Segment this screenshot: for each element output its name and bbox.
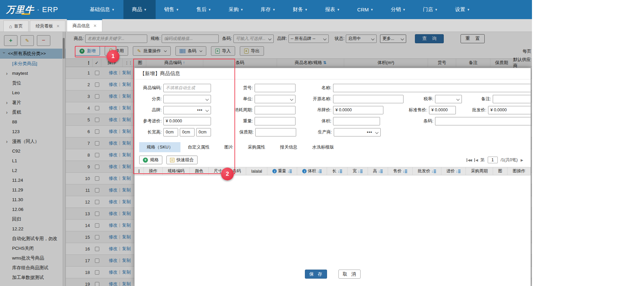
sort-icon[interactable]: ↓ bbox=[287, 169, 292, 174]
shelf-life-input[interactable] bbox=[255, 128, 296, 136]
sku-column-header[interactable]: i 批发价 ↓ bbox=[413, 167, 441, 175]
sku-column-header[interactable]: i 条码 ↓ bbox=[227, 167, 246, 175]
volume-input[interactable] bbox=[333, 117, 380, 125]
modal-tab[interactable]: 采购属性 bbox=[240, 142, 273, 152]
nav-menu-item[interactable]: 门店 ▼ bbox=[414, 0, 446, 19]
nav-menu-item[interactable]: 销售 ▼ bbox=[156, 0, 188, 19]
add-spec-button[interactable]: + 规格 bbox=[139, 156, 162, 164]
tag-price-label: 吊牌价: bbox=[309, 107, 333, 113]
sku-column-header[interactable]: i 操作 ↓ bbox=[144, 167, 163, 175]
close-icon[interactable]: ✕ bbox=[56, 24, 60, 28]
nav-menu-item[interactable]: 采购 ▼ bbox=[220, 0, 252, 19]
sku-column-header[interactable]: i 售价 ↓ bbox=[388, 167, 413, 175]
width-input[interactable] bbox=[180, 128, 195, 136]
sku-column-header[interactable]: i 图 ↓ bbox=[493, 167, 508, 175]
combine-icon bbox=[170, 158, 174, 162]
ellipsis-icon[interactable]: ••• bbox=[197, 108, 204, 112]
brand-select[interactable]: ••• bbox=[163, 106, 211, 114]
modal-tab[interactable]: 报关信息 bbox=[273, 142, 305, 152]
sku-column-header[interactable]: i 高 ↓ bbox=[368, 167, 388, 175]
page-number-input[interactable] bbox=[488, 157, 498, 163]
sku-column-header[interactable]: i 图操作 ↓ bbox=[507, 167, 531, 175]
sort-icon[interactable]: ↓ bbox=[378, 169, 383, 174]
height-input[interactable] bbox=[196, 128, 211, 136]
sku-columns: i 操作 ↓ i 规格编码 ↓ i 颜色 ↓ bbox=[144, 167, 531, 175]
tab-product-info[interactable]: 商品信息 ✕ bbox=[67, 19, 102, 32]
cancel-button[interactable]: 取 消 bbox=[338, 270, 361, 279]
nav-menu-item[interactable]: 库存 ▼ bbox=[252, 0, 284, 19]
sku-table-header: ⋮ i 操作 ↓ i 规格编码 ↓ i bbox=[135, 167, 531, 175]
modal-tab[interactable]: 水洗标模版 bbox=[305, 142, 341, 152]
tab-home[interactable]: ⌂ 首页 bbox=[3, 20, 29, 32]
modal-tab[interactable]: 图片 bbox=[217, 142, 240, 152]
item-no-input[interactable] bbox=[255, 84, 296, 92]
weight-label: 重量: bbox=[232, 118, 255, 124]
nav-menu-item[interactable]: 基础信息 ▼ bbox=[81, 0, 123, 19]
nav-menu-item[interactable]: 财务 ▼ bbox=[284, 0, 316, 19]
quick-combine-button[interactable]: 快速组合 bbox=[166, 156, 198, 164]
close-icon[interactable]: ✕ bbox=[93, 23, 97, 28]
modal-barcode-input[interactable] bbox=[435, 117, 531, 125]
invoice-name-input[interactable] bbox=[333, 95, 404, 103]
modal-tab[interactable]: 规格（SKU） bbox=[139, 142, 180, 152]
sku-pagination: ◀◀ ◀ 第 /1(共0笔) ▶ bbox=[467, 157, 526, 163]
lwh-label: 长宽高: bbox=[139, 129, 163, 135]
sku-column-header[interactable]: i 采购周期 ↓ bbox=[466, 167, 493, 175]
chevron-down-icon: ▼ bbox=[337, 8, 340, 11]
tag-price-input[interactable] bbox=[333, 106, 383, 114]
sku-column-header[interactable]: i lalalal ↓ bbox=[246, 167, 267, 175]
modal-tab[interactable]: 自定义属性 bbox=[180, 142, 217, 152]
sku-column-header[interactable]: i 规格编码 ↓ bbox=[163, 167, 190, 175]
length-input[interactable] bbox=[163, 128, 178, 136]
first-page-icon[interactable]: ◀◀ bbox=[467, 158, 471, 162]
code-input[interactable] bbox=[163, 84, 211, 92]
sort-icon[interactable]: ↓ bbox=[317, 169, 322, 174]
nav-menu-item[interactable]: 商品 ▼ bbox=[123, 0, 156, 19]
prev-page-icon[interactable]: ◀ bbox=[474, 158, 477, 162]
sku-column-header[interactable]: i 尺寸 ↓ bbox=[209, 167, 227, 175]
consume-cycle-input[interactable] bbox=[255, 106, 296, 114]
category-select[interactable] bbox=[163, 95, 211, 103]
shelf-life-label: 保质期: bbox=[230, 129, 255, 135]
sku-column-header[interactable]: i 宽 ↓ bbox=[347, 167, 368, 175]
info-icon[interactable]: i bbox=[272, 169, 277, 173]
invoice-name-label: 开票名称: bbox=[309, 96, 333, 102]
nav-menu-item[interactable]: 报表 ▼ bbox=[316, 0, 348, 19]
sku-column-header[interactable]: i 长 ↓ bbox=[327, 167, 347, 175]
save-button[interactable]: 保 存 bbox=[305, 270, 327, 279]
info-icon[interactable]: i bbox=[302, 169, 307, 173]
sku-column-header[interactable]: i 颜色 ↓ bbox=[190, 167, 209, 175]
plus-icon: + bbox=[143, 158, 148, 163]
ref-price-input[interactable] bbox=[163, 117, 211, 125]
chevron-down-icon: ▼ bbox=[144, 8, 147, 11]
sku-column-header[interactable]: i 体积 ↓ bbox=[297, 167, 327, 175]
tab-dashboard[interactable]: 经营看板 ✕ bbox=[30, 20, 65, 32]
std-price-label: 标准售价: bbox=[404, 107, 429, 113]
sort-icon[interactable]: ↓ bbox=[402, 169, 407, 174]
chevron-down-icon: ▼ bbox=[370, 8, 373, 11]
sort-icon[interactable]: ↓ bbox=[456, 169, 461, 174]
wholesale-price-input[interactable] bbox=[488, 106, 531, 114]
nav-menu-item[interactable]: 售后 ▼ bbox=[187, 0, 220, 19]
unit-select[interactable] bbox=[255, 95, 296, 103]
nav-menu-item[interactable]: 分销 ▼ bbox=[382, 0, 414, 19]
ellipsis-icon[interactable]: ••• bbox=[367, 130, 374, 134]
sort-icon[interactable]: ↓ bbox=[358, 169, 363, 174]
kebab-menu-icon[interactable]: ⋮ bbox=[135, 167, 144, 175]
std-price-input[interactable] bbox=[429, 106, 456, 114]
sort-icon[interactable]: ↓ bbox=[337, 169, 342, 174]
sku-column-header[interactable]: i 重量 ↓ bbox=[267, 167, 297, 175]
producer-select[interactable]: ••• bbox=[334, 128, 381, 136]
nav-menu-item[interactable]: CRM ▼ bbox=[348, 0, 382, 19]
next-page-icon[interactable]: ▶ bbox=[521, 158, 523, 162]
sku-column-header[interactable]: i 进价 ↓ bbox=[441, 167, 466, 175]
consume-cycle-label: 消耗周期: bbox=[229, 107, 255, 113]
page-total: /1(共0笔) bbox=[501, 157, 518, 163]
weight-input[interactable] bbox=[255, 117, 296, 125]
modal-barcode-label: 条码: bbox=[415, 118, 435, 124]
name-input[interactable] bbox=[333, 84, 531, 92]
tax-rate-select[interactable] bbox=[435, 95, 462, 103]
remark-input[interactable] bbox=[493, 95, 531, 103]
sort-icon[interactable]: ↓ bbox=[431, 169, 436, 174]
nav-menu-item[interactable]: 设置 ▼ bbox=[446, 0, 479, 19]
